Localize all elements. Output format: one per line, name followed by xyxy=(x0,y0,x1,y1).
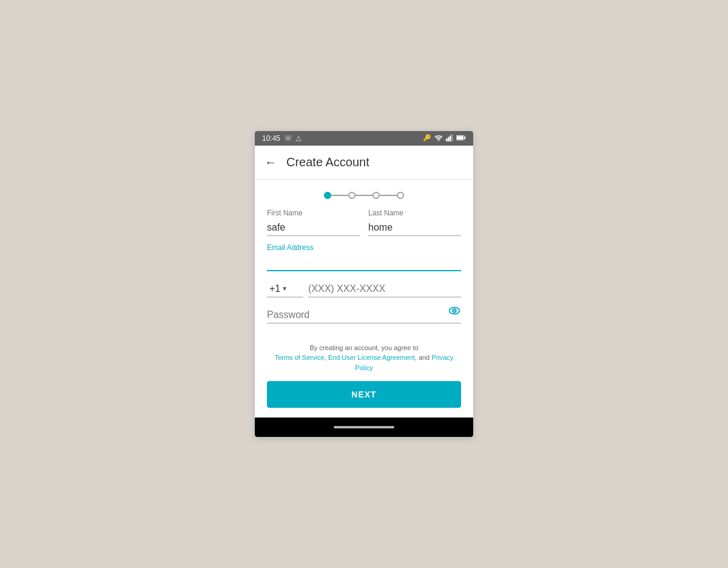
country-code-text: +1 xyxy=(269,283,280,294)
page-title: Create Account xyxy=(286,155,369,169)
last-name-group: Last Name xyxy=(368,209,461,236)
terms-text: By creating an account, you agree to Ter… xyxy=(267,343,461,373)
dropdown-arrow-icon: ▼ xyxy=(281,285,288,292)
phone-input[interactable] xyxy=(308,281,461,297)
home-indicator xyxy=(334,426,394,428)
bottom-bar xyxy=(255,418,473,437)
wifi-icon xyxy=(434,134,443,143)
agreement-prefix: By creating an account, you agree to xyxy=(309,344,418,351)
toggle-password-icon[interactable] xyxy=(448,304,461,320)
status-bar-right: 🔑 xyxy=(423,134,466,143)
email-label: Email Address xyxy=(267,243,461,252)
svg-rect-1 xyxy=(446,138,447,141)
location-icon: △ xyxy=(296,134,301,142)
last-name-label: Last Name xyxy=(368,209,461,217)
svg-point-10 xyxy=(454,310,455,311)
battery-icon xyxy=(456,135,466,142)
first-name-group: First Name xyxy=(267,209,360,236)
back-button[interactable]: ← xyxy=(265,156,277,168)
name-row: First Name Last Name xyxy=(267,209,461,236)
first-name-input[interactable] xyxy=(267,220,360,236)
status-time: 10:45 xyxy=(262,134,280,143)
progress-indicator xyxy=(255,180,473,209)
step-1-dot xyxy=(324,192,331,199)
form-area: First Name Last Name Email Address +1 ▼ xyxy=(255,209,473,333)
svg-rect-7 xyxy=(457,136,463,140)
step-2-dot xyxy=(348,192,356,199)
footer-area: By creating an account, you agree to Ter… xyxy=(255,333,473,418)
progress-dots xyxy=(324,192,404,199)
email-group: Email Address xyxy=(267,243,461,271)
notification-icon: ☏ xyxy=(284,134,292,142)
key-icon: 🔑 xyxy=(423,134,431,142)
phone-frame: 10:45 ☏ △ 🔑 xyxy=(255,131,473,438)
svg-rect-6 xyxy=(465,137,466,139)
status-bar: 10:45 ☏ △ 🔑 xyxy=(255,131,473,146)
nav-bar: ← Create Account xyxy=(255,146,473,180)
phone-row: +1 ▼ xyxy=(267,281,461,297)
terms-of-service-link[interactable]: Terms of Service xyxy=(275,354,325,361)
separator-2: , and xyxy=(415,354,432,361)
signal-icon xyxy=(446,134,453,143)
country-code-selector[interactable]: +1 ▼ xyxy=(267,281,303,297)
step-3-dot xyxy=(372,192,380,199)
step-line-2 xyxy=(356,195,372,196)
first-name-label: First Name xyxy=(267,209,360,217)
step-line-1 xyxy=(331,195,348,196)
svg-point-0 xyxy=(438,140,439,141)
svg-rect-3 xyxy=(450,135,451,141)
content-area: First Name Last Name Email Address +1 ▼ xyxy=(255,180,473,418)
step-line-3 xyxy=(380,195,397,196)
status-bar-left: 10:45 ☏ △ xyxy=(262,134,301,143)
password-input[interactable] xyxy=(267,307,461,323)
svg-rect-4 xyxy=(451,134,453,141)
password-group xyxy=(267,307,461,323)
last-name-input[interactable] xyxy=(368,220,461,236)
next-button[interactable]: NEXT xyxy=(267,381,461,408)
email-input[interactable] xyxy=(267,254,461,271)
step-4-dot xyxy=(397,192,404,199)
eula-link[interactable]: End User License Agreement xyxy=(328,354,415,361)
svg-rect-2 xyxy=(448,137,449,141)
